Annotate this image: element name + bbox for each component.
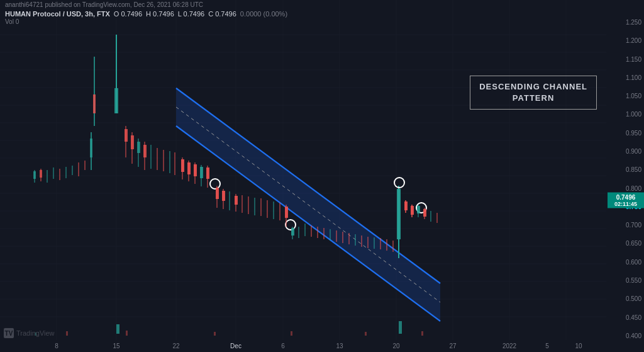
svg-rect-47 [90, 139, 92, 157]
svg-rect-128 [365, 332, 367, 336]
svg-rect-53 [137, 142, 140, 153]
price-level: 0.550 [609, 277, 641, 284]
svg-rect-124 [66, 331, 68, 336]
price-badge: 0.7496 02:11:45 [608, 193, 644, 208]
price-level: 0.800 [609, 185, 641, 192]
price-level: 0.650 [609, 240, 641, 247]
svg-rect-122 [399, 321, 402, 334]
svg-rect-125 [126, 331, 128, 336]
svg-rect-127 [291, 331, 292, 336]
svg-rect-111 [404, 202, 408, 210]
svg-rect-66 [194, 164, 197, 176]
svg-rect-68 [200, 167, 203, 178]
tv-label: TradingView [16, 329, 55, 337]
svg-point-71 [210, 179, 220, 189]
svg-rect-38 [40, 170, 42, 178]
vol-info: Vol 0 [5, 18, 639, 25]
svg-rect-36 [33, 171, 36, 179]
svg-rect-73 [216, 188, 219, 199]
time-label-27: 27 [449, 343, 456, 349]
svg-rect-51 [131, 135, 134, 149]
svg-rect-62 [181, 159, 184, 172]
price-level: 0.850 [609, 166, 641, 173]
top-bar: HUMAN Protocol / USD, 3h, FTX O 0.7496 H… [0, 8, 644, 28]
tv-watermark: TV TradingView [4, 328, 55, 338]
close-value: C 0.7496 [208, 10, 236, 18]
svg-rect-64 [187, 162, 191, 174]
published-info: ananthi64721 published on TradingView.co… [5, 1, 203, 8]
change-value: 0.0000 (0.00%) [240, 10, 287, 18]
symbol-info: HUMAN Protocol / USD, 3h, FTX O 0.7496 H… [5, 10, 639, 18]
price-level: 1.050 [609, 93, 641, 99]
price-level: 1.150 [609, 56, 641, 63]
price-level: 0.400 [609, 332, 641, 339]
svg-rect-75 [222, 191, 225, 201]
time-label-15: 15 [113, 343, 119, 349]
svg-rect-55 [143, 145, 147, 157]
current-price: 0.7496 [616, 194, 636, 201]
svg-rect-121 [116, 324, 119, 334]
svg-rect-32 [114, 88, 118, 113]
chart-container: ananthi64721 published on TradingView.co… [0, 0, 644, 352]
pattern-title-line2: PATTERN [479, 93, 587, 104]
current-time: 02:11:45 [614, 201, 637, 207]
open-value: O 0.7496 [114, 10, 142, 18]
svg-rect-118 [423, 209, 426, 217]
tv-logo: TV [4, 328, 14, 338]
time-label-2022: 2022 [502, 343, 516, 349]
price-level: 0.700 [609, 222, 641, 229]
time-axis: 8 15 22 Dec 6 13 20 27 2022 5 10 [0, 339, 644, 352]
time-label-6: 6 [281, 343, 285, 349]
svg-rect-70 [206, 167, 209, 179]
price-level: 0.450 [609, 314, 641, 321]
price-level: 1.100 [609, 74, 641, 81]
price-level: 0.900 [609, 148, 641, 155]
svg-rect-113 [411, 206, 414, 215]
time-label-10: 10 [575, 343, 582, 349]
symbol-name: HUMAN Protocol / USD, 3h, FTX [5, 10, 110, 18]
svg-rect-116 [417, 206, 420, 213]
time-label-5: 5 [545, 343, 549, 349]
svg-line-28 [176, 88, 440, 283]
price-level: 1.200 [609, 37, 641, 44]
svg-rect-90 [291, 228, 294, 236]
price-level: 0.500 [609, 295, 641, 302]
svg-rect-78 [235, 196, 238, 205]
price-level: 0.950 [609, 130, 641, 137]
pattern-title-line1: DESCENDING CHANNEL [479, 81, 587, 93]
svg-rect-88 [285, 207, 288, 218]
svg-rect-126 [214, 332, 216, 336]
svg-rect-49 [125, 129, 128, 142]
pattern-label: DESCENDING CHANNEL PATTERN [470, 76, 597, 110]
time-label-22: 22 [172, 343, 179, 349]
svg-rect-108 [397, 189, 401, 239]
time-label-dec: Dec [230, 343, 242, 349]
time-label-20: 20 [392, 343, 399, 349]
svg-rect-129 [421, 331, 423, 336]
price-axis: 1.250 1.200 1.150 1.100 1.050 1.000 0.95… [606, 0, 644, 352]
time-label-8: 8 [55, 343, 58, 349]
high-value: H 0.7496 [146, 10, 174, 18]
price-level: 1.000 [609, 111, 641, 118]
low-value: L 0.7496 [178, 10, 204, 18]
svg-rect-34 [93, 94, 96, 113]
time-label-13: 13 [336, 343, 343, 349]
price-level: 0.600 [609, 259, 641, 266]
